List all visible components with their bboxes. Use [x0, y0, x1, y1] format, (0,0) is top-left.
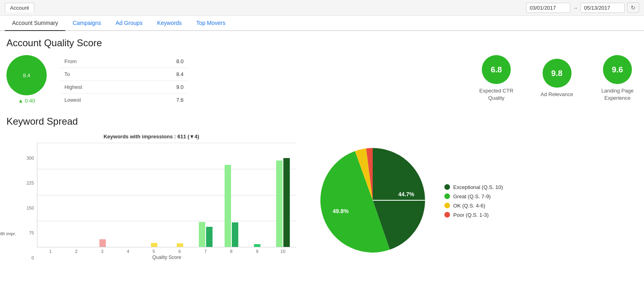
legend-label-ok: OK (Q.S. 4-6) [453, 203, 485, 209]
tab-top-movers[interactable]: Top Movers [189, 16, 233, 31]
bar-light-9 [254, 244, 260, 247]
stat-label-to: To [60, 68, 128, 81]
bar-group-8 [221, 143, 242, 247]
tab-campaigns[interactable]: Campaigns [65, 16, 108, 31]
main-content: Account Quality Score 8.4 ▲ 0.40 [0, 31, 644, 268]
pie-chart-section: 44.7%49.8% Exceptional (Q.S. 10) Great (… [312, 140, 503, 262]
x-label-8: 8 [221, 249, 242, 254]
stat-label-highest: Highest [60, 81, 128, 94]
bar-group-2 [66, 143, 87, 247]
pie-legend: Exceptional (Q.S. 10) Great (Q.S. 7-9) O… [444, 184, 503, 218]
bar-chart-wrap: No of Keywords with impr. 300 225 150 75… [6, 143, 296, 260]
stat-row-from: From 8.0 [60, 55, 188, 68]
y-label-225: 225 [27, 181, 34, 185]
stat-row-lowest: Lowest 7.6 [60, 94, 188, 107]
bars-row [37, 143, 296, 247]
bar-group-1 [41, 143, 61, 247]
tab-account-summary[interactable]: Account Summary [5, 16, 65, 31]
bar-dark-8 [232, 222, 238, 247]
x-label-6: 6 [169, 249, 190, 254]
bar-group-7 [196, 143, 216, 247]
score-delta: ▲ 0.40 [18, 98, 35, 104]
bar-dark-7 [206, 227, 213, 247]
bar-group-4 [118, 143, 138, 247]
score-circle: 8.4 [6, 55, 47, 95]
stats-table-container: From 8.0 To 8.4 Highest 9.0 Lowest [60, 55, 188, 106]
date-range: → ↻ [526, 2, 639, 13]
y-label-300: 300 [27, 156, 34, 160]
chart-subtitle: Keywords with impressions : 611 (▼4) [6, 134, 296, 140]
sub-score-ctr: 6.8 Expected CTR Quality [476, 55, 516, 102]
legend-dot-poor [444, 212, 450, 218]
sub-scores: 6.8 Expected CTR Quality 9.8 Ad Relevanc… [476, 55, 638, 102]
stat-row-highest: Highest 9.0 [60, 81, 188, 94]
arrow-up-icon: ▲ [18, 98, 23, 104]
legend-label-exceptional: Exceptional (Q.S. 10) [453, 184, 503, 190]
bar-light-6 [177, 243, 183, 247]
legend-poor: Poor (Q.S. 1-3) [444, 212, 503, 218]
landing-score-circle: 9.6 [603, 55, 632, 84]
sub-score-landing: 9.6 Landing Page Experience [597, 55, 638, 102]
ctr-score-value: 6.8 [491, 65, 502, 74]
x-label-7: 7 [195, 249, 215, 254]
landing-score-value: 9.6 [612, 65, 623, 74]
y-label-0: 0 [31, 255, 34, 260]
bar-light-10 [276, 160, 283, 247]
legend-dot-exceptional [444, 184, 450, 190]
keyword-spread-section: Keyword Spread Keywords with impressions… [6, 116, 638, 262]
stat-value-highest: 9.0 [128, 81, 188, 94]
landing-score-label: Landing Page Experience [597, 87, 638, 102]
pie-label-1: 49.8% [332, 208, 349, 214]
tab-keywords[interactable]: Keywords [150, 16, 189, 31]
bar-dark-10 [283, 158, 290, 247]
nav-tabs: Account Summary Campaigns Ad Groups Keyw… [0, 16, 644, 31]
x-axis-labels: 12345678910 [37, 249, 296, 254]
x-label-9: 9 [247, 249, 267, 254]
stat-row-to: To 8.4 [60, 68, 188, 81]
score-value: 8.4 [23, 72, 30, 78]
tab-ad-groups[interactable]: Ad Groups [108, 16, 150, 31]
y-label-75: 75 [29, 230, 34, 235]
x-label-10: 10 [273, 249, 293, 254]
top-bar: Account → ↻ [0, 0, 644, 16]
x-label-3: 3 [92, 249, 112, 254]
quality-score-section: Account Quality Score 8.4 ▲ 0.40 [6, 37, 638, 106]
bar-chart-section: Keyword Spread Keywords with impressions… [6, 116, 296, 260]
bar-light-5 [151, 243, 157, 247]
bars-area: 12345678910 Quality Score [37, 143, 296, 260]
y-label-150: 150 [27, 205, 34, 210]
date-from-input[interactable] [526, 3, 570, 13]
refresh-button[interactable]: ↻ [627, 2, 639, 13]
account-tab[interactable]: Account [5, 3, 34, 12]
score-delta-value: 0.40 [25, 98, 35, 104]
x-label-5: 5 [144, 249, 164, 254]
legend-dot-great [444, 193, 450, 199]
bar-group-5 [144, 143, 164, 247]
relevance-score-circle: 9.8 [543, 59, 572, 88]
legend-label-great: Great (Q.S. 7-9) [453, 193, 491, 199]
relevance-score-value: 9.8 [551, 69, 563, 78]
pie-label-0: 44.7% [398, 191, 414, 197]
x-axis-title: Quality Score [37, 255, 296, 260]
stat-value-from: 8.0 [128, 55, 188, 68]
legend-dot-ok [444, 203, 450, 208]
bar-group-9 [247, 143, 267, 247]
quality-score-title: Account Quality Score [6, 37, 638, 49]
relevance-score-label: Ad Relevance [541, 91, 573, 98]
bar-group-10 [273, 143, 293, 247]
x-label-2: 2 [66, 249, 87, 254]
y-axis: No of Keywords with impr. 300 225 150 75… [6, 156, 35, 260]
bar-group-3 [92, 143, 112, 247]
date-to-input[interactable] [580, 3, 625, 13]
stat-value-lowest: 7.6 [128, 94, 188, 107]
stat-label-from: From [60, 55, 128, 68]
pie-chart-container: 44.7%49.8% [312, 140, 433, 262]
x-label-1: 1 [40, 249, 60, 254]
stats-table: From 8.0 To 8.4 Highest 9.0 Lowest [60, 55, 188, 106]
keyword-spread-title: Keyword Spread [6, 116, 296, 127]
ctr-score-label: Expected CTR Quality [476, 87, 516, 102]
pie-chart: 44.7%49.8% [312, 140, 433, 261]
stat-label-lowest: Lowest [60, 94, 128, 107]
bar-light-7 [199, 222, 205, 247]
legend-great: Great (Q.S. 7-9) [444, 193, 503, 199]
